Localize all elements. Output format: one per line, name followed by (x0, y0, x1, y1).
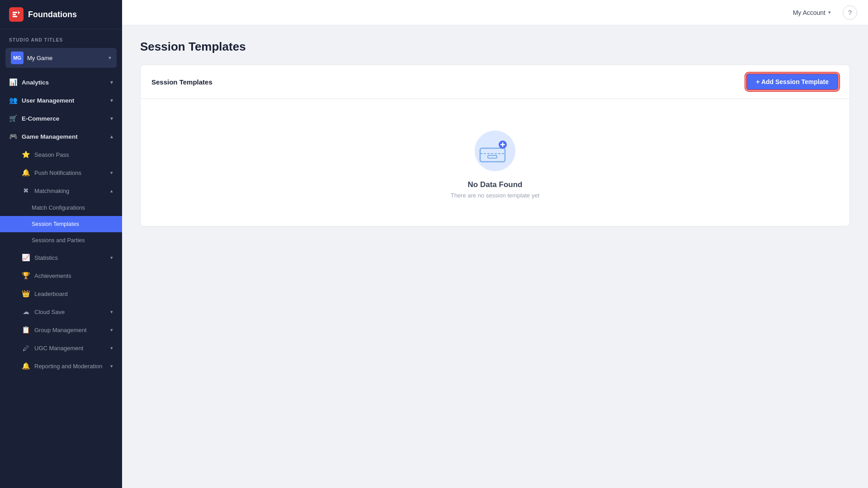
sidebar-item-cloud-save[interactable]: ☁ Cloud Save ▾ (0, 303, 122, 321)
sidebar-item-match-configurations[interactable]: Match Configurations (0, 200, 122, 216)
empty-box-icon (478, 140, 509, 165)
push-notifications-icon: 🔔 (22, 169, 30, 177)
topbar: My Account ▾ ? (122, 0, 868, 25)
logo-area: Foundations (0, 0, 122, 29)
my-account-label: My Account (793, 9, 826, 16)
analytics-icon: 📊 (9, 78, 17, 86)
user-management-label: User Management (22, 97, 74, 104)
my-account-chevron-icon: ▾ (828, 9, 831, 15)
reporting-moderation-label: Reporting and Moderation (34, 363, 102, 370)
no-data-title: No Data Found (468, 180, 523, 189)
sidebar-item-game-management[interactable]: 🎮 Game Management ▴ (0, 127, 122, 145)
brand-name: Foundations (28, 10, 77, 19)
help-icon: ? (848, 9, 852, 16)
cloud-save-chevron-icon: ▾ (110, 309, 113, 315)
ecommerce-icon: 🛒 (9, 114, 17, 122)
sidebar-item-reporting-moderation[interactable]: 🔔 Reporting and Moderation ▾ (0, 357, 122, 375)
game-name: My Game (27, 55, 108, 61)
analytics-label: Analytics (22, 79, 49, 86)
cloud-save-icon: ☁ (22, 308, 30, 316)
achievements-label: Achievements (34, 272, 71, 279)
statistics-icon: 📈 (22, 253, 30, 262)
ecommerce-chevron-icon: ▾ (110, 116, 113, 122)
cloud-save-label: Cloud Save (34, 309, 65, 315)
group-management-label: Group Management (34, 327, 87, 333)
matchmaking-chevron-icon: ▴ (110, 188, 113, 194)
no-data-subtitle: There are no session template yet (451, 192, 540, 199)
sidebar-item-season-pass[interactable]: ⭐ Season Pass (0, 145, 122, 164)
ugc-management-icon: 🖊 (22, 344, 30, 352)
game-selector-chevron-icon: ▾ (108, 55, 111, 61)
push-notifications-label: Push Notifications (34, 169, 81, 176)
game-selector[interactable]: MG My Game ▾ (5, 48, 117, 68)
session-templates-label: Session Templates (32, 221, 79, 227)
card-header-title: Session Templates (151, 78, 212, 86)
page-content: Session Templates Session Templates + Ad… (122, 25, 868, 488)
card-body: No Data Found There are no session templ… (141, 99, 849, 226)
add-session-template-button[interactable]: + Add Session Template (746, 73, 839, 90)
svg-rect-3 (488, 155, 497, 158)
user-management-chevron-icon: ▾ (110, 98, 113, 103)
brand-logo-icon (9, 7, 24, 22)
season-pass-icon: ⭐ (22, 150, 30, 159)
sidebar-item-user-management[interactable]: 👥 User Management ▾ (0, 91, 122, 109)
leaderboard-label: Leaderboard (34, 291, 68, 297)
studio-section-label: STUDIO AND TITLES (0, 29, 122, 46)
sidebar-item-analytics[interactable]: 📊 Analytics ▾ (0, 73, 122, 91)
game-avatar: MG (11, 52, 24, 64)
season-pass-label: Season Pass (34, 151, 69, 158)
matchmaking-label: Matchmaking (34, 188, 69, 194)
analytics-chevron-icon: ▾ (110, 80, 113, 85)
sidebar-item-push-notifications[interactable]: 🔔 Push Notifications ▾ (0, 164, 122, 182)
my-account-button[interactable]: My Account ▾ (788, 6, 835, 19)
ugc-management-chevron-icon: ▾ (110, 345, 113, 351)
game-management-icon: 🎮 (9, 132, 17, 141)
card-header: Session Templates + Add Session Template (141, 65, 849, 99)
page-title: Session Templates (140, 40, 850, 54)
main-wrapper: My Account ▾ ? Session Templates Session… (122, 0, 868, 488)
statistics-label: Statistics (34, 254, 58, 261)
svg-rect-0 (9, 7, 24, 22)
sidebar-item-ugc-management[interactable]: 🖊 UGC Management ▾ (0, 339, 122, 357)
ugc-management-label: UGC Management (34, 345, 83, 352)
sidebar-item-group-management[interactable]: 📋 Group Management ▾ (0, 321, 122, 339)
sidebar-item-ecommerce[interactable]: 🛒 E-Commerce ▾ (0, 109, 122, 127)
sidebar-item-session-templates[interactable]: Session Templates (0, 216, 122, 232)
push-notifications-chevron-icon: ▾ (110, 170, 113, 176)
sidebar-item-sessions-and-parties[interactable]: Sessions and Parties (0, 232, 122, 249)
user-management-icon: 👥 (9, 96, 17, 104)
reporting-moderation-chevron-icon: ▾ (110, 363, 113, 369)
sidebar: Foundations STUDIO AND TITLES MG My Game… (0, 0, 122, 488)
topbar-right: My Account ▾ ? (788, 5, 857, 20)
empty-state-illustration (472, 126, 518, 171)
achievements-icon: 🏆 (22, 272, 30, 280)
leaderboard-icon: 👑 (22, 290, 30, 298)
sessions-and-parties-label: Sessions and Parties (32, 237, 85, 244)
game-management-label: Game Management (22, 133, 78, 140)
session-templates-card: Session Templates + Add Session Template (140, 65, 850, 226)
match-configurations-label: Match Configurations (32, 205, 85, 211)
sidebar-item-achievements[interactable]: 🏆 Achievements (0, 267, 122, 285)
sidebar-item-statistics[interactable]: 📈 Statistics ▾ (0, 249, 122, 267)
sidebar-item-leaderboard[interactable]: 👑 Leaderboard (0, 285, 122, 303)
reporting-moderation-icon: 🔔 (22, 362, 30, 370)
statistics-chevron-icon: ▾ (110, 255, 113, 261)
ecommerce-label: E-Commerce (22, 115, 59, 122)
sidebar-item-matchmaking[interactable]: ✖ Matchmaking ▴ (0, 182, 122, 200)
group-management-chevron-icon: ▾ (110, 327, 113, 333)
help-button[interactable]: ? (843, 5, 857, 20)
game-management-chevron-icon: ▴ (110, 134, 113, 140)
matchmaking-icon: ✖ (22, 187, 30, 195)
group-management-icon: 📋 (22, 326, 30, 334)
